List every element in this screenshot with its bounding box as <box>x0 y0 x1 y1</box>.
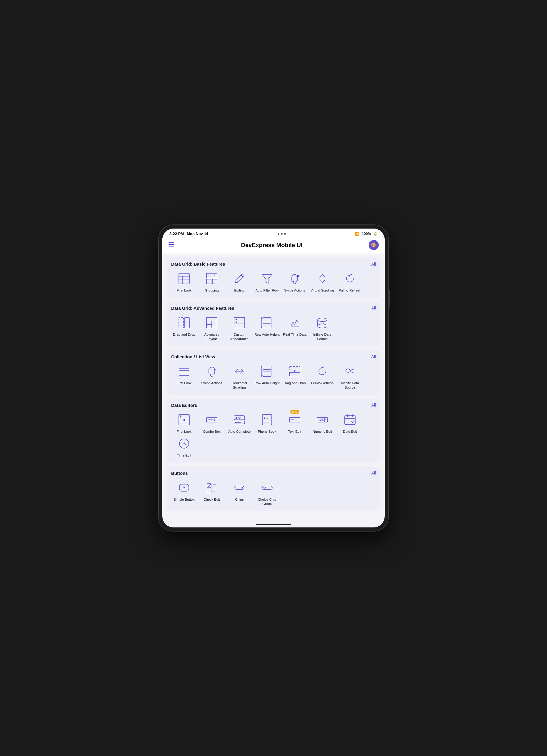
auto-filter-label: Auto Filter Row <box>256 288 279 293</box>
item-collection-swipe[interactable]: Swipe Actions <box>199 363 225 390</box>
item-custom-appearance[interactable]: Custom Appearance <box>226 315 252 341</box>
advanced-layout-label: Advanced Layout <box>199 332 225 341</box>
collection-refresh-label: Pull-to-Refresh <box>311 381 334 385</box>
svg-point-25 <box>236 322 237 323</box>
section-title-advanced: Data Grid: Advanced Features <box>171 306 234 311</box>
svg-rect-37 <box>263 366 271 377</box>
virtual-scroll-icon <box>314 271 330 287</box>
swipe-label: Swipe Actions <box>284 288 305 293</box>
row-height-icon <box>259 315 275 331</box>
item-collection-drag[interactable]: Drag and Drop <box>282 363 308 390</box>
svg-point-31 <box>318 318 327 322</box>
timeedit-icon <box>176 436 192 452</box>
first-look-label: First Look <box>177 288 192 293</box>
item-auto-filter[interactable]: Auto Filter Row <box>254 271 280 293</box>
item-choice-chip[interactable]: Choice Chip Group <box>254 480 280 506</box>
section-all-basic[interactable]: All <box>371 262 376 267</box>
list-icon <box>176 363 192 379</box>
item-phonebook[interactable]: Abc Phone Book <box>254 412 280 434</box>
item-advanced-layout[interactable]: Advanced Layout <box>199 315 225 341</box>
item-h-scroll[interactable]: Horizontal Scrolling <box>226 363 252 390</box>
section-all-editors[interactable]: All <box>371 403 376 407</box>
tablet-frame: 8:22 PM Mon Nov 14 📶 100% 🔋 <box>159 225 388 531</box>
section-all-collection[interactable]: All <box>371 354 376 359</box>
item-swipe[interactable]: Swipe Actions <box>282 271 308 293</box>
svg-rect-65 <box>345 416 355 424</box>
svg-text:bc: bc <box>266 417 269 420</box>
choice-chip-label: Choice Chip Group <box>254 497 280 506</box>
realtime-label: Real-Time Data <box>283 332 306 337</box>
numeric-icon: 123 <box>314 412 330 428</box>
item-collection-infinite[interactable]: Infinite Data Source <box>337 363 363 390</box>
palette-button[interactable]: 🎨 <box>369 240 379 250</box>
phonebook-label: Phone Book <box>258 429 276 434</box>
item-collection-refresh[interactable]: Pull-to-Refresh <box>309 363 335 390</box>
item-grouping[interactable]: Grouping <box>199 271 225 293</box>
scroll-area: Data Grid: Basic Features All First Look <box>162 254 385 522</box>
textedit-label: Text Edit <box>288 429 301 434</box>
item-drag-drop[interactable]: Drag and Drop <box>171 315 197 341</box>
dot3 <box>284 233 286 235</box>
autocomplete-icon: Abc <box>231 412 247 428</box>
dateedit-icon <box>342 412 358 428</box>
item-check-edit[interactable]: Check Edit <box>199 480 225 506</box>
infinite-db-label: Infinite Data Source <box>309 332 335 341</box>
svg-rect-15 <box>179 317 184 328</box>
simple-btn-icon <box>176 480 192 496</box>
svg-text:bc: bc <box>238 417 241 420</box>
collection-drag-label: Drag and Drop <box>283 381 306 385</box>
svg-rect-8 <box>206 279 211 284</box>
item-pull-refresh[interactable]: Pull-to-Refresh <box>337 271 363 293</box>
svg-rect-54 <box>262 414 272 425</box>
item-virtual-scroll[interactable]: Virtual Scrolling <box>309 271 335 293</box>
h-scroll-icon <box>231 363 247 379</box>
refresh2-icon <box>314 363 330 379</box>
svg-text:123: 123 <box>318 418 323 422</box>
battery-icon: 🔋 <box>373 232 378 236</box>
infinite2-icon <box>342 363 358 379</box>
top-bar: DevExpress Mobile UI 🎨 <box>162 238 385 254</box>
section-all-buttons[interactable]: All <box>371 471 376 475</box>
item-dateedit[interactable]: Date Edit <box>337 412 363 434</box>
section-header-basic: Data Grid: Basic Features All <box>171 262 376 267</box>
upd-badge: UPD <box>290 410 299 414</box>
item-realtime[interactable]: Real-Time Data <box>282 315 308 341</box>
svg-rect-3 <box>179 273 189 284</box>
swipe-icon <box>287 271 303 287</box>
svg-rect-9 <box>212 279 217 284</box>
item-numeric[interactable]: 123 Numeric Edit <box>309 412 335 434</box>
dot2 <box>281 233 283 235</box>
item-timeedit[interactable]: Time Edit <box>171 436 197 458</box>
item-simple-btn[interactable]: Simple Button <box>171 480 197 506</box>
infinite-db-icon <box>314 315 330 331</box>
item-textedit[interactable]: UPD Text Edit <box>282 412 308 434</box>
drag-drop-icon <box>176 315 192 331</box>
item-chips[interactable]: Chips <box>226 480 252 506</box>
home-bar <box>256 524 291 525</box>
section-advanced-features: Data Grid: Advanced Features All Drag an… <box>166 302 381 347</box>
section-all-advanced[interactable]: All <box>371 306 376 310</box>
section-title-buttons: Buttons <box>171 471 188 476</box>
item-autocomplete[interactable]: Abc Auto Complete <box>226 412 252 434</box>
custom-appearance-label: Custom Appearance <box>226 332 252 341</box>
svg-point-72 <box>184 443 185 444</box>
item-collection-first[interactable]: First Look <box>171 363 197 390</box>
svg-text:A: A <box>264 417 266 420</box>
item-editing[interactable]: Editing <box>226 271 252 293</box>
svg-rect-46 <box>184 419 185 421</box>
item-combo-box[interactable]: Combo Box <box>199 412 225 434</box>
menu-button[interactable] <box>168 241 175 249</box>
svg-line-12 <box>241 275 243 277</box>
status-right: 📶 100% 🔋 <box>355 232 378 236</box>
svg-text:A: A <box>235 417 237 420</box>
check-edit-icon <box>204 480 220 496</box>
item-infinite-db[interactable]: Infinite Data Source <box>309 315 335 341</box>
item-row-auto-height[interactable]: Row Auto Height <box>254 315 280 341</box>
dateedit-label: Date Edit <box>343 429 357 434</box>
svg-rect-76 <box>207 489 211 493</box>
status-dots <box>278 233 286 235</box>
check-edit-label: Check Edit <box>204 497 220 502</box>
item-collection-row-height[interactable]: Row Auto Height <box>254 363 280 390</box>
item-first-look[interactable]: First Look <box>171 271 197 293</box>
item-editor-first[interactable]: First Look <box>171 412 197 434</box>
